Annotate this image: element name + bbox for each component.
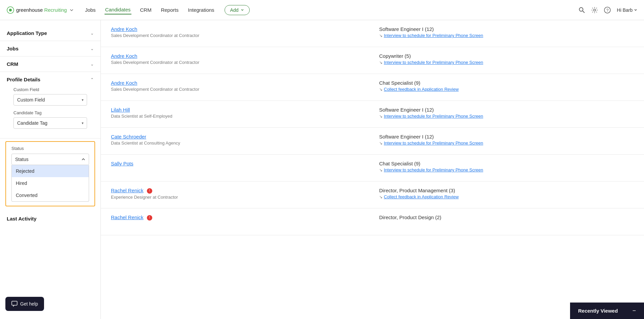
candidate-name-7[interactable]: Rachel Renick: [111, 214, 144, 220]
candidate-subtitle-4: Data Scientist at Consulting Agency: [111, 141, 366, 146]
sidebar-section-profile-details: Profile Details ⌃ Custom Field Custom Fi…: [0, 72, 100, 138]
job-action-link-3[interactable]: Interview to schedule for Preliminary Ph…: [384, 114, 483, 119]
status-option-rejected[interactable]: Rejected: [12, 165, 89, 177]
profile-details-title: Profile Details: [7, 77, 40, 82]
profile-details-header[interactable]: Profile Details ⌃: [7, 77, 94, 82]
custom-field-wrapper: Custom Field ▾: [13, 94, 87, 106]
candidate-row: Andre Koch Sales Development Coordinator…: [101, 20, 644, 47]
candidate-right-7: Director, Product Design (2): [372, 214, 634, 229]
jobs-title: Jobs: [7, 46, 18, 51]
crm-title: CRM: [7, 61, 18, 67]
candidate-name-5[interactable]: Sally Pots: [111, 161, 133, 166]
status-option-hired[interactable]: Hired: [12, 177, 89, 189]
custom-field-select[interactable]: Custom Field: [13, 94, 87, 106]
job-action-3: ↘ Interview to schedule for Preliminary …: [379, 114, 634, 119]
search-button[interactable]: [578, 7, 585, 13]
application-type-chevron-icon: ⌄: [90, 31, 94, 36]
sidebar-section-application-type: Application Type ⌄: [0, 26, 100, 41]
candidate-right-3: Software Engineer I (12) ↘ Interview to …: [372, 107, 634, 121]
crm-chevron-icon: ⌄: [90, 62, 94, 67]
candidate-name-0[interactable]: Andre Koch: [111, 26, 137, 32]
svg-point-2: [579, 7, 583, 11]
logo-text: greenhouse Recruiting: [16, 7, 67, 13]
candidate-row: Rachel Renick ! Director, Product Design…: [101, 208, 644, 235]
candidate-left-2: Andre Koch Sales Development Coordinator…: [111, 80, 372, 94]
status-option-converted[interactable]: Converted: [12, 189, 89, 201]
svg-rect-7: [12, 301, 17, 305]
candidate-left-7: Rachel Renick !: [111, 214, 372, 229]
user-chevron-icon: [634, 8, 637, 12]
candidate-subtitle-3: Data Scientist at Self-Employed: [111, 114, 366, 119]
candidate-row: Cate Schroeder Data Scientist at Consult…: [101, 128, 644, 155]
logo-icon: [7, 6, 14, 14]
candidate-row: Andre Koch Sales Development Coordinator…: [101, 74, 644, 101]
profile-details-body: Custom Field Custom Field ▾ Candidate Ta…: [7, 87, 94, 133]
sidebar-section-jobs: Jobs ⌄: [0, 41, 100, 56]
job-action-link-4[interactable]: Interview to schedule for Preliminary Ph…: [384, 141, 483, 146]
candidate-right-6: Director, Product Management (3) ↘ Colle…: [372, 188, 634, 202]
logo: greenhouse Recruiting: [7, 6, 74, 14]
help-button[interactable]: ?: [604, 7, 611, 13]
job-action-1: ↘ Interview to schedule for Preliminary …: [379, 60, 634, 65]
last-activity-section: Last Activity: [0, 211, 100, 230]
candidate-name-2[interactable]: Andre Koch: [111, 80, 137, 86]
nav-reports[interactable]: Reports: [160, 6, 179, 14]
user-menu[interactable]: Hi Barb: [617, 7, 637, 13]
status-section-container: Status Status Rejected Hired Converted: [0, 138, 100, 211]
job-title-0: Software Engineer I (12): [379, 26, 634, 32]
svg-point-1: [9, 9, 12, 11]
job-action-link-0[interactable]: Interview to schedule for Preliminary Ph…: [384, 33, 483, 38]
candidate-left-5: Sally Pots: [111, 161, 372, 175]
candidate-row: Rachel Renick ! Experience Designer at C…: [101, 182, 644, 208]
job-title-3: Software Engineer I (12): [379, 107, 634, 113]
action-arrow-icon-5: ↘: [379, 168, 383, 172]
job-action-link-6[interactable]: Collect feedback in Application Review: [384, 194, 459, 199]
status-dropdown-title: Status: [15, 157, 29, 162]
candidate-right-2: Chat Specialist (9) ↘ Collect feedback i…: [372, 80, 634, 94]
action-arrow-icon-0: ↘: [379, 33, 383, 38]
application-type-header[interactable]: Application Type ⌄: [7, 30, 94, 36]
gear-icon: [591, 7, 598, 13]
settings-button[interactable]: [591, 7, 598, 13]
candidate-subtitle-0: Sales Development Coordinator at Contrac…: [111, 33, 366, 38]
job-action-4: ↘ Interview to schedule for Preliminary …: [379, 141, 634, 146]
jobs-header[interactable]: Jobs ⌄: [7, 46, 94, 51]
job-action-link-1[interactable]: Interview to schedule for Preliminary Ph…: [384, 60, 483, 65]
last-activity-label: Last Activity: [7, 216, 94, 222]
job-action-link-2[interactable]: Collect feedback in Application Review: [384, 87, 459, 92]
candidate-name-1[interactable]: Andre Koch: [111, 53, 137, 59]
candidate-right-0: Software Engineer I (12) ↘ Interview to …: [372, 26, 634, 41]
candidate-row: Lilah Hill Data Scientist at Self-Employ…: [101, 101, 644, 128]
candidate-name-3[interactable]: Lilah Hill: [111, 107, 130, 113]
candidate-name-6[interactable]: Rachel Renick: [111, 188, 144, 193]
status-options-list: Rejected Hired Converted: [11, 165, 89, 202]
profile-details-chevron-icon: ⌃: [90, 77, 94, 82]
add-chevron-icon: [241, 8, 244, 12]
candidate-tag-select[interactable]: Candidate Tag: [13, 117, 87, 129]
candidate-row: Sally Pots Chat Specialist (9) ↘ Intervi…: [101, 155, 644, 182]
help-icon: ?: [604, 7, 611, 13]
job-action-link-5[interactable]: Interview to schedule for Preliminary Ph…: [384, 167, 483, 172]
nav-crm[interactable]: CRM: [139, 6, 152, 14]
get-help-button[interactable]: Get help: [5, 297, 44, 311]
status-dropdown-header[interactable]: Status: [11, 154, 89, 165]
status-chevron-up-icon: [81, 157, 85, 161]
candidate-subtitle-2: Sales Development Coordinator at Contrac…: [111, 87, 366, 92]
svg-line-3: [583, 11, 585, 13]
warning-icon: !: [147, 215, 152, 221]
jobs-chevron-icon: ⌄: [90, 46, 94, 51]
job-action-6: ↘ Collect feedback in Application Review: [379, 194, 634, 199]
add-button[interactable]: Add: [225, 5, 250, 15]
nav-candidates[interactable]: Candidates: [105, 5, 131, 14]
crm-header[interactable]: CRM ⌄: [7, 61, 94, 67]
nav-integrations[interactable]: Integrations: [187, 6, 215, 14]
candidate-name-4[interactable]: Cate Schroeder: [111, 134, 146, 139]
status-label: Status: [11, 146, 89, 151]
recently-viewed-minimize-button[interactable]: −: [632, 307, 636, 314]
job-action-2: ↘ Collect feedback in Application Review: [379, 87, 634, 92]
nav-jobs[interactable]: Jobs: [84, 6, 96, 14]
svg-text:?: ?: [606, 8, 609, 13]
job-title-2: Chat Specialist (9): [379, 80, 634, 86]
custom-field-label: Custom Field: [13, 87, 87, 92]
candidate-subtitle-6: Experience Designer at Contractor: [111, 195, 366, 200]
